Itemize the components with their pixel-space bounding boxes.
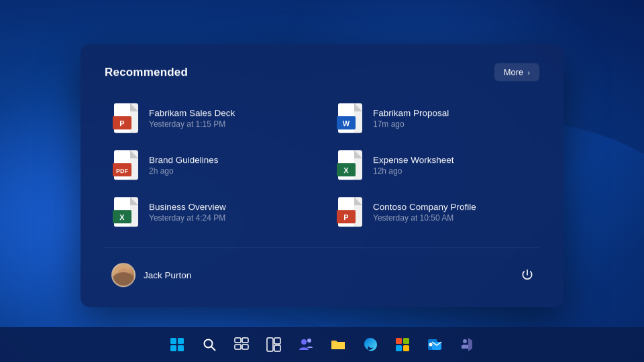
file-info: Business Overview Yesterday at 4:24 PM xyxy=(149,202,226,223)
teams-icon xyxy=(458,336,476,353)
svg-rect-27 xyxy=(178,345,184,351)
outlook-button[interactable] xyxy=(420,330,449,359)
file-time: 2h ago xyxy=(149,166,219,176)
windows-start-icon xyxy=(168,336,186,353)
svg-rect-25 xyxy=(178,338,184,344)
svg-rect-36 xyxy=(274,345,280,351)
more-button[interactable]: More › xyxy=(494,63,539,81)
user-name: Jack Purton xyxy=(144,270,191,280)
search-button[interactable] xyxy=(195,330,224,359)
taskbar xyxy=(0,327,644,362)
file-info: Fabrikam Proposal 17m ago xyxy=(373,108,449,129)
edge-icon xyxy=(362,336,379,353)
svg-line-29 xyxy=(211,347,215,351)
svg-text:P: P xyxy=(119,119,124,127)
svg-text:X: X xyxy=(119,213,125,221)
edge-button[interactable] xyxy=(356,330,385,359)
snap-layout-button[interactable] xyxy=(259,330,288,359)
outlook-icon xyxy=(426,336,443,353)
svg-rect-41 xyxy=(403,338,409,344)
file-name: Fabrikam Sales Deck xyxy=(149,108,235,118)
file-name: Brand Guidelines xyxy=(149,155,219,165)
file-time: 17m ago xyxy=(373,119,449,129)
file-time: 12h ago xyxy=(373,166,454,176)
svg-text:W: W xyxy=(343,119,350,127)
svg-rect-31 xyxy=(242,338,248,343)
store-button[interactable] xyxy=(388,330,417,359)
file-name: Expense Worksheet xyxy=(373,155,454,165)
user-info[interactable]: Jack Purton xyxy=(105,259,198,291)
recommended-header: Recommended More › xyxy=(105,63,539,81)
avatar xyxy=(111,263,136,287)
svg-point-37 xyxy=(301,339,307,345)
file-info: Expense Worksheet 12h ago xyxy=(373,155,454,176)
search-icon xyxy=(201,336,218,353)
start-menu: Recommended More › P Fabrikam Sales Deck… xyxy=(80,44,564,307)
svg-rect-32 xyxy=(235,345,241,349)
svg-rect-34 xyxy=(267,338,273,351)
snap-layout-icon xyxy=(265,336,282,353)
chevron-right-icon: › xyxy=(527,68,530,76)
file-name: Contoso Company Profile xyxy=(373,202,476,212)
file-explorer-icon xyxy=(329,336,347,353)
svg-point-28 xyxy=(205,340,213,348)
svg-point-48 xyxy=(463,339,467,343)
recommended-title: Recommended xyxy=(105,66,188,79)
svg-text:X: X xyxy=(343,166,349,174)
list-item[interactable]: X Business Overview Yesterday at 4:24 PM xyxy=(105,190,315,234)
list-item[interactable]: X Expense Worksheet 12h ago xyxy=(329,143,539,187)
task-view-button[interactable] xyxy=(227,330,256,359)
list-item[interactable]: P Fabrikam Sales Deck Yesterday at 1:15 … xyxy=(105,96,315,140)
docx-file-icon: W xyxy=(337,103,364,133)
windows-start-button[interactable] xyxy=(162,330,192,359)
teams-chat-icon xyxy=(297,336,315,353)
file-time: Yesterday at 4:24 PM xyxy=(149,213,226,223)
file-time: Yesterday at 1:15 PM xyxy=(149,119,235,129)
list-item[interactable]: PDF Brand Guidelines 2h ago xyxy=(105,143,315,187)
svg-rect-40 xyxy=(396,338,402,344)
svg-rect-26 xyxy=(170,345,176,351)
teams-chat-button[interactable] xyxy=(291,330,321,359)
pptx-file-icon-2: P xyxy=(337,196,364,227)
svg-rect-30 xyxy=(235,338,241,343)
file-info: Brand Guidelines 2h ago xyxy=(149,155,219,176)
file-info: Contoso Company Profile Yesterday at 10:… xyxy=(373,202,476,223)
teams-button[interactable] xyxy=(452,330,482,359)
svg-rect-24 xyxy=(170,338,176,344)
svg-text:PDF: PDF xyxy=(116,168,129,174)
svg-text:P: P xyxy=(343,213,348,221)
user-bar: Jack Purton xyxy=(105,247,539,291)
file-explorer-button[interactable] xyxy=(323,330,353,359)
file-grid: P Fabrikam Sales Deck Yesterday at 1:15 … xyxy=(105,96,539,234)
power-button[interactable] xyxy=(515,263,539,287)
file-time: Yesterday at 10:50 AM xyxy=(373,213,476,223)
list-item[interactable]: P Contoso Company Profile Yesterday at 1… xyxy=(329,190,539,234)
file-name: Business Overview xyxy=(149,202,226,212)
svg-rect-39 xyxy=(331,342,345,349)
xlsx-file-icon-2: X xyxy=(113,196,140,227)
svg-rect-43 xyxy=(403,345,409,351)
power-icon xyxy=(521,268,534,282)
svg-rect-42 xyxy=(396,345,402,351)
store-icon xyxy=(394,336,411,353)
file-info: Fabrikam Sales Deck Yesterday at 1:15 PM xyxy=(149,108,235,129)
xlsx-file-icon: X xyxy=(337,149,364,180)
task-view-icon xyxy=(233,336,250,353)
pdf-file-icon: PDF xyxy=(113,149,140,180)
pptx-file-icon: P xyxy=(113,103,140,133)
svg-rect-35 xyxy=(274,338,280,344)
file-name: Fabrikam Proposal xyxy=(373,108,449,118)
svg-point-38 xyxy=(307,339,311,343)
list-item[interactable]: W Fabrikam Proposal 17m ago xyxy=(329,96,539,140)
svg-rect-33 xyxy=(242,345,248,349)
